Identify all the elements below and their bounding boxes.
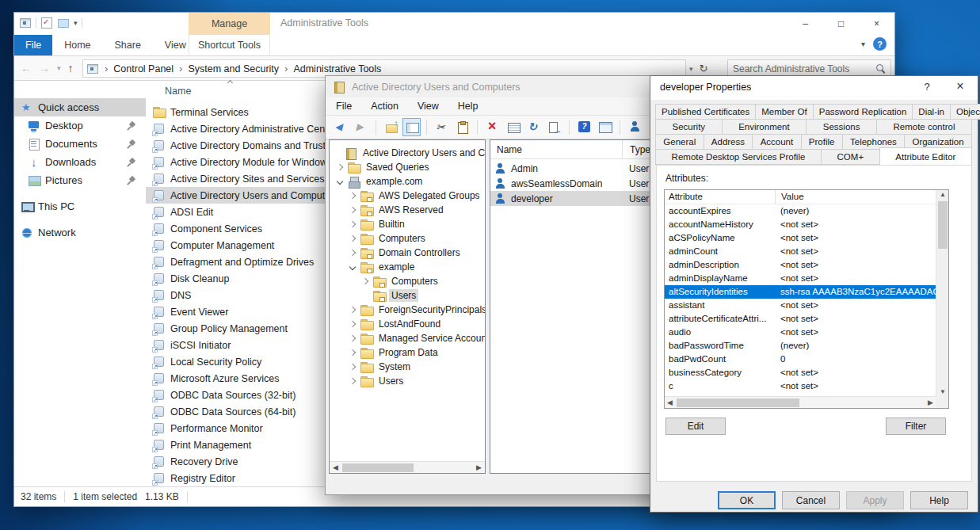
sidebar-item-pictures[interactable]: Pictures [14,171,146,189]
up-one-level-button[interactable] [382,118,400,136]
attribute-row-audio[interactable]: audio<not set> [665,326,936,339]
horizontal-scrollbar[interactable]: ◀ ▶ [665,396,936,408]
expander-collapsed-icon[interactable] [349,222,357,227]
close-icon[interactable]: × [951,79,970,93]
tab-general[interactable]: General [655,134,704,150]
tree-item-managed-service-accounts[interactable]: Managed Service Accounts [330,331,485,345]
file-row-active-directory-users-and-computers[interactable]: Active Directory Users and Computers [146,187,330,204]
file-row-iscsi-initiator[interactable]: iSCSI Initiator [146,337,330,353]
file-row-group-policy-management[interactable]: Group Policy Management [146,320,330,337]
menu-view[interactable]: View [418,101,439,112]
scroll-left-icon[interactable]: ◀ [667,398,673,406]
file-row-active-directory-administrative-center[interactable]: Active Directory Administrative Center [146,120,330,137]
tree-item-computers[interactable]: Computers [330,231,485,246]
forward-icon[interactable]: → [39,62,50,74]
address-dropdown-chevron-icon[interactable]: ▾ [689,65,693,73]
tree-item-computers[interactable]: Computers [330,274,485,288]
expander-collapsed-icon[interactable] [349,307,357,312]
close-button[interactable]: × [859,13,894,35]
vertical-scrollbar[interactable]: ▲ ▼ [936,190,948,396]
export-list-button[interactable] [545,118,563,136]
tab-profile[interactable]: Profile [801,134,843,150]
tab-security[interactable]: Security [655,119,723,135]
refresh-button[interactable] [524,118,543,136]
file-row-performance-monitor[interactable]: Performance Monitor [146,420,330,437]
scroll-right-icon[interactable]: ▶ [476,463,482,471]
properties-qat-icon[interactable] [40,17,53,29]
tab-member-of[interactable]: Member Of [755,104,814,120]
sidebar-item-documents[interactable]: Documents [14,135,146,153]
file-row-defragment-and-optimize-drives[interactable]: Defragment and Optimize Drives [146,254,330,270]
file-row-adsi-edit[interactable]: ADSI Edit [146,204,330,220]
help-icon[interactable]: ? [873,37,887,51]
breadcrumb-segment-control-panel[interactable]: Control Panel [113,63,174,74]
attribute-row-c[interactable]: c<not set> [665,379,936,393]
minimize-button[interactable]: – [787,13,823,35]
help-button[interactable] [575,118,593,136]
tree-item-aws-reserved[interactable]: AWS Reserved [330,203,485,217]
sidebar-item-desktop[interactable]: Desktop [14,116,146,135]
file-row-registry-editor[interactable]: Registry Editor [146,470,330,486]
scroll-up-icon[interactable]: ▲ [940,191,946,198]
attribute-row-businesscategory[interactable]: businessCategory<not set> [665,366,936,379]
expander-expanded-icon[interactable] [336,179,344,184]
tree-item-foreignsecurityprincipals[interactable]: ForeignSecurityPrincipals [330,303,485,317]
expander-collapsed-icon[interactable] [349,193,357,198]
file-row-active-directory-sites-and-services[interactable]: Active Directory Sites and Services [146,170,330,187]
up-icon[interactable]: ↑ [68,62,74,74]
file-row-recovery-drive[interactable]: Recovery Drive [146,453,330,470]
expand-ribbon-chevron-icon[interactable]: ▾ [861,40,865,48]
scrollbar-thumb[interactable] [677,398,799,407]
show-console-tree-button[interactable] [402,118,421,136]
tab-sessions[interactable]: Sessions [806,119,877,135]
attribute-row-acspolicyname[interactable]: aCSPolicyName<not set> [665,231,936,245]
file-row-disk-cleanup[interactable]: Disk Cleanup [146,270,330,287]
apply-button[interactable]: Apply [846,491,904,509]
tree-item-system[interactable]: System [330,360,485,374]
expander-collapsed-icon[interactable] [349,364,357,369]
manage-context-tab[interactable]: Manage [189,13,270,35]
delete-button[interactable] [483,118,501,136]
tree-item-users[interactable]: Users [330,288,485,303]
tab-shortcut-tools[interactable]: Shortcut Tools [189,35,270,55]
file-row-active-directory-domains-and-trusts[interactable]: Active Directory Domains and Trusts [146,137,330,154]
search-input[interactable] [733,63,872,74]
column-header-name[interactable]: Name [497,144,522,155]
file-row-active-directory-module-for-windows-powershell[interactable]: Active Directory Module for Windows Powe… [146,154,330,170]
expander-collapsed-icon[interactable] [349,379,357,383]
sidebar-item-network[interactable]: Network [14,223,146,242]
breadcrumb-segment-system-and-security[interactable]: System and Security [188,63,279,74]
tab-published-certificates[interactable]: Published Certificates [655,104,756,120]
refresh-icon[interactable]: ↻ [700,63,708,74]
file-row-component-services[interactable]: Component Services [146,220,330,237]
attribute-row-admindisplayname[interactable]: adminDisplayName<not set> [665,272,936,285]
file-row-odbc-data-sources-64-bit[interactable]: ODBC Data Sources (64-bit) [146,403,330,420]
menu-file[interactable]: File [336,101,352,112]
file-row-microsoft-azure-services[interactable]: Microsoft Azure Services [146,370,330,387]
help-button[interactable]: Help [910,491,968,509]
scroll-down-icon[interactable]: ▼ [940,388,946,395]
sidebar-item-this-pc[interactable]: This PC [14,197,146,215]
sidebar-item-quick-access[interactable]: Quick access [14,98,146,116]
tree-item-saved-queries[interactable]: Saved Queries [330,160,485,174]
tree-item-users[interactable]: Users [330,374,485,388]
expander-collapsed-icon[interactable] [349,236,357,241]
attribute-row-attributecertificateattri[interactable]: attributeCertificateAttri...<not set> [665,312,936,326]
tab-address[interactable]: Address [704,134,753,150]
scroll-right-icon[interactable]: ▶ [928,398,933,406]
tab-attribute-editor[interactable]: Attribute Editor [879,147,972,165]
customize-qat-chevron-icon[interactable]: ▾ [74,19,78,27]
column-header-value[interactable]: Value [775,190,804,204]
tree-item-aws-delegated-groups[interactable]: AWS Delegated Groups [330,189,485,203]
file-row-odbc-data-sources-32-bit[interactable]: ODBC Data Sources (32-bit) [146,387,330,403]
tree-item-builtin[interactable]: Builtin [330,217,485,231]
menu-action[interactable]: Action [371,101,398,112]
back-button[interactable] [331,118,349,136]
column-header-type[interactable]: Type [622,140,650,159]
scrollbar-thumb[interactable] [342,463,414,472]
tab-account[interactable]: Account [752,134,801,150]
ok-button[interactable]: OK [718,491,776,509]
new-window-button[interactable] [596,118,614,136]
expander-collapsed-icon[interactable] [361,279,369,284]
attribute-row-accountexpires[interactable]: accountExpires(never) [665,204,936,218]
